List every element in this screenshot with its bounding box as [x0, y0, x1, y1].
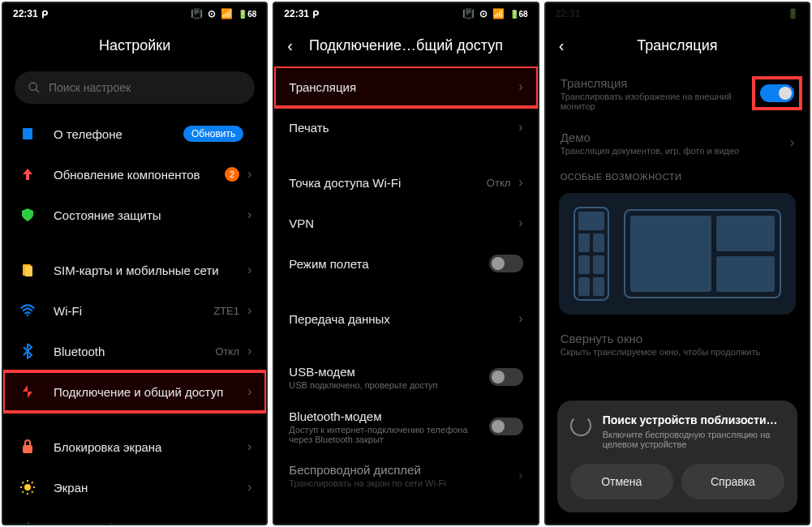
p-logo-icon: ᑭ — [41, 8, 48, 20]
cancel-button[interactable]: Отмена — [570, 464, 673, 499]
battery-icon: 🔋 — [787, 8, 799, 19]
settings-row-bluetooth[interactable]: Bluetooth Откл › — [3, 331, 266, 371]
page-title: Подключение…бщий доступ — [309, 37, 503, 54]
row-label: Bluetooth — [54, 345, 216, 358]
chevron-right-icon: › — [247, 303, 251, 318]
shield-icon — [18, 205, 37, 225]
preview-phone-icon — [574, 207, 609, 301]
row-sublabel: Доступ к интернет-подключению телефона ч… — [289, 425, 488, 444]
airplane-toggle[interactable] — [489, 255, 523, 272]
row-value: Откл — [487, 177, 511, 189]
back-button[interactable]: ‹ — [559, 36, 565, 55]
row-sublabel: Транслировать на экран по сети Wi-Fi — [289, 478, 518, 488]
row-demo[interactable]: Демо Трансляция документов, игр, фото и … — [546, 120, 809, 165]
lock-icon — [18, 437, 37, 456]
header: ‹ Трансляция — [546, 24, 809, 66]
vibrate-icon: 📳 — [462, 8, 475, 19]
row-sublabel: Трансляция документов, игр, фото и видео — [561, 146, 790, 156]
settings-row-sim[interactable]: SIM-карты и мобильные сети › — [3, 250, 266, 290]
chevron-right-icon: › — [518, 175, 522, 190]
battery-icon: 🔋68 — [238, 10, 256, 19]
phone-screen-1: 22:31 ᑭ 📳 ⊙ 📶 🔋68 Настройки Поиск настро… — [2, 2, 268, 525]
sim-icon — [18, 260, 37, 280]
row-label: Подключение и общий доступ — [54, 385, 247, 399]
sheet-title: Поиск устройств поблизости… — [603, 413, 784, 426]
row-label: Обновление компонентов — [54, 168, 225, 182]
header: Настройки — [3, 24, 266, 66]
bluetooth-icon — [18, 341, 37, 361]
settings-row-security[interactable]: Состояние защиты › — [3, 195, 266, 235]
vibrate-icon: 📳 — [191, 8, 203, 19]
row-label: USB-модем — [289, 365, 488, 379]
row-label: Wi-Fi — [54, 304, 213, 318]
share-icon — [18, 382, 37, 401]
settings-row-sound[interactable]: Звук и вибрация › — [3, 508, 266, 524]
row-label: Свернуть окно — [561, 332, 794, 345]
chevron-right-icon: › — [518, 120, 522, 135]
phone-screen-2: 22:31 ᑭ 📳 ⊙ 📶 🔋68 ‹ Подключение…бщий дос… — [273, 2, 539, 525]
wifi-icon — [18, 301, 37, 320]
settings-row-connection-sharing[interactable]: Подключение и общий доступ › — [3, 371, 266, 412]
p-logo-icon: ᑭ — [312, 8, 319, 20]
search-devices-sheet: Поиск устройств поблизости… Включите бес… — [557, 401, 797, 512]
settings-row-wifi[interactable]: Wi-Fi ZTE1 › — [3, 290, 266, 331]
settings-row-lockscreen[interactable]: Блокировка экрана › — [3, 426, 266, 467]
chevron-right-icon: › — [247, 384, 251, 399]
row-label: Трансляция — [289, 80, 518, 94]
status-bar: 22:31 🔋 — [546, 3, 809, 24]
chevron-right-icon: › — [247, 208, 251, 222]
chevron-right-icon: › — [247, 263, 251, 277]
update-badge[interactable]: Обновить — [183, 126, 243, 142]
row-cast-toggle[interactable]: Трансляция Транслировать изображение на … — [546, 66, 809, 120]
svg-point-4 — [27, 315, 29, 317]
row-usb-tether[interactable]: USB-модем USB подключено, проверьте дост… — [274, 353, 537, 401]
row-label: SIM-карты и мобильные сети — [54, 264, 247, 277]
row-minimize[interactable]: Свернуть окно Скрыть транслируемое окно,… — [546, 321, 809, 366]
row-label: VPN — [289, 216, 518, 230]
sheet-subtitle: Включите беспроводную трансляцию на целе… — [603, 430, 784, 449]
cast-toggle[interactable] — [760, 84, 794, 102]
usb-tether-toggle[interactable] — [489, 368, 523, 386]
signal-icon: 📶 — [492, 8, 505, 19]
wifi-icon: ⊙ — [479, 8, 488, 19]
row-vpn[interactable]: VPN › — [274, 203, 537, 243]
row-print[interactable]: Печать › — [274, 107, 537, 148]
row-label: Передача данных — [289, 312, 518, 326]
svg-point-6 — [24, 484, 31, 491]
chevron-right-icon: › — [247, 480, 251, 495]
row-bt-tether[interactable]: Bluetooth-модем Доступ к интернет-подклю… — [274, 401, 537, 452]
chevron-right-icon: › — [790, 135, 794, 150]
help-button[interactable]: Справка — [681, 464, 784, 499]
header: ‹ Подключение…бщий доступ — [274, 24, 537, 66]
search-input[interactable]: Поиск настроек — [15, 71, 255, 104]
row-label: Печать — [289, 121, 518, 135]
settings-row-components[interactable]: Обновление компонентов 2 › — [3, 154, 266, 195]
phone-info-icon — [18, 124, 37, 144]
notification-badge: 2 — [225, 167, 239, 182]
row-label: Демо — [561, 131, 790, 144]
row-data-usage[interactable]: Передача данных › — [274, 298, 537, 339]
row-label: Точка доступа Wi-Fi — [289, 176, 487, 190]
row-hotspot[interactable]: Точка доступа Wi-Fi Откл › — [274, 162, 537, 203]
speaker-icon — [18, 518, 37, 524]
svg-rect-1 — [23, 128, 32, 139]
bt-tether-toggle[interactable] — [489, 418, 523, 435]
row-cast[interactable]: Трансляция › — [274, 66, 537, 107]
page-title: Трансляция — [637, 37, 717, 54]
upgrade-icon — [18, 165, 37, 184]
cast-preview — [559, 193, 796, 315]
settings-row-about[interactable]: О телефоне Обновить — [3, 114, 266, 154]
chevron-right-icon: › — [518, 216, 522, 230]
back-button[interactable]: ‹ — [287, 36, 293, 55]
settings-row-display[interactable]: Экран › — [3, 467, 266, 508]
chevron-right-icon: › — [247, 439, 251, 454]
svg-rect-3 — [25, 266, 32, 276]
svg-point-0 — [29, 83, 37, 90]
row-value: ZTE1 — [213, 305, 239, 317]
row-label: Трансляция — [561, 76, 760, 90]
row-value: Откл — [216, 345, 240, 358]
row-sublabel: Скрыть транслируемое окно, чтобы продолж… — [561, 347, 794, 357]
search-placeholder: Поиск настроек — [49, 81, 131, 94]
row-airplane[interactable]: Режим полета — [274, 243, 537, 284]
row-wireless-display[interactable]: Беспроводной дисплей Транслировать на эк… — [274, 452, 537, 498]
